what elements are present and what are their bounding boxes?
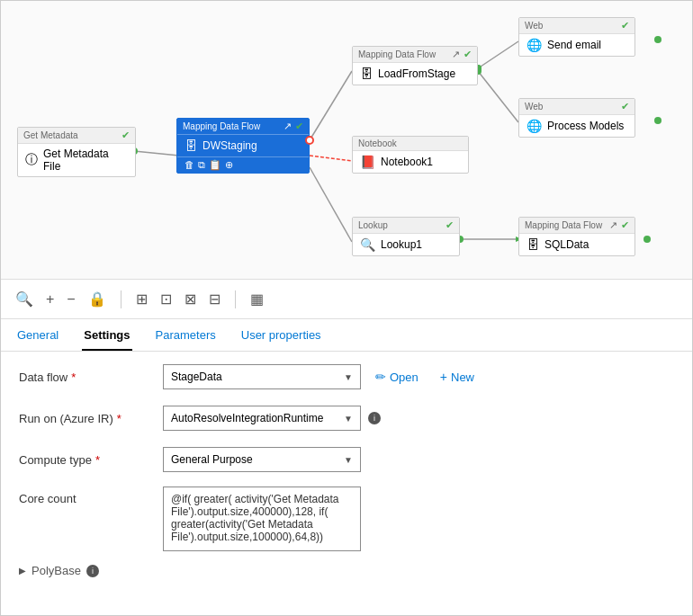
node-process-models[interactable]: Web ✔ 🌐 Process Models: [518, 98, 635, 138]
node-lookup1-header: Lookup ✔: [353, 218, 459, 234]
tab-user-properties[interactable]: User properties: [239, 321, 323, 351]
process-models-icon: 🌐: [526, 119, 542, 133]
core-count-control: @if( greater( activity('Get Metadata Fil…: [163, 487, 674, 551]
node-send-email-body: 🌐 Send email: [519, 34, 634, 56]
node-dw-staging-header: Mapping Data Flow ↗ ✔: [177, 119, 309, 135]
svg-line-0: [134, 151, 179, 156]
minus-icon[interactable]: −: [67, 291, 75, 308]
node-notebook1-label: Notebook1: [381, 156, 433, 168]
send-email-icon: 🌐: [526, 38, 542, 52]
lookup-icon: 🔍: [360, 237, 375, 252]
node-notebook1-body: 📕 Notebook1: [353, 151, 468, 173]
tab-parameters[interactable]: Parameters: [154, 321, 218, 351]
node-load-from-stage-header: Mapping Data Flow ↗ ✔: [353, 47, 477, 63]
copy-icon[interactable]: ⧉: [198, 159, 205, 171]
node-process-models-label: Process Models: [547, 120, 624, 132]
new-button[interactable]: + New: [433, 366, 482, 388]
divider-1: [121, 290, 122, 308]
node-send-email-check: ✔: [621, 20, 629, 31]
node-dw-staging-check: ✔: [295, 121, 303, 132]
data-flow-select[interactable]: StageData ▼: [163, 364, 361, 389]
node-lookup1-body: 🔍 Lookup1: [353, 234, 459, 255]
node-get-metadata[interactable]: Get Metadata ✔ ⓘ Get Metadata File: [17, 127, 136, 177]
grid-icon[interactable]: ▦: [250, 290, 264, 308]
search-icon[interactable]: 🔍: [15, 290, 33, 308]
node-notebook1-header: Notebook: [353, 137, 468, 151]
data-flow-control: StageData ▼ ✏ Open + New: [163, 364, 674, 389]
node-status-check: ✔: [122, 129, 130, 141]
node-process-models-body: 🌐 Process Models: [519, 115, 634, 137]
node-sql-data-header: Mapping Data Flow ↗ ✔: [519, 218, 634, 234]
node-sql-data-label: SQLData: [544, 238, 589, 251]
node-get-metadata-body: ⓘ Get Metadata File: [18, 144, 135, 176]
external-link-icon-2[interactable]: ↗: [452, 49, 460, 60]
node-sql-data[interactable]: Mapping Data Flow ↗ ✔ 🗄 SQLData: [518, 217, 635, 256]
svg-line-5: [478, 41, 518, 68]
expand-arrow-icon: ▶: [19, 566, 26, 576]
core-count-textarea[interactable]: @if( greater( activity('Get Metadata Fil…: [163, 487, 361, 551]
polybase-label: PolyBase: [32, 564, 81, 577]
node-lookup1-label: Lookup1: [381, 238, 422, 251]
external-link-icon-3[interactable]: ↗: [609, 219, 617, 231]
node-sql-data-check: ✔: [621, 219, 629, 231]
node-get-metadata-header: Get Metadata ✔: [18, 128, 135, 144]
node-load-from-stage-label: LoadFromStage: [378, 67, 455, 80]
divider-2: [235, 290, 236, 308]
tabs-bar: General Settings Parameters User propert…: [1, 319, 692, 352]
node-lfs-check: ✔: [464, 49, 472, 60]
node-lookup1-check: ✔: [446, 219, 454, 231]
compute-type-control: General Purpose ▼: [163, 447, 674, 472]
svg-line-3: [310, 156, 352, 161]
tab-settings[interactable]: Settings: [82, 321, 131, 351]
select-all-icon[interactable]: ⊠: [184, 290, 196, 308]
run-on-select[interactable]: AutoResolveIntegrationRuntime ▼: [163, 406, 361, 431]
core-count-label: Core count: [19, 487, 163, 505]
svg-line-2: [310, 71, 352, 140]
tab-general[interactable]: General: [15, 321, 60, 351]
node-dw-staging-actions: 🗑 ⧉ 📋 ⊕: [177, 156, 309, 173]
delete-icon[interactable]: 🗑: [184, 159, 194, 171]
data-flow-row: Data flow * StageData ▼ ✏ Open + New: [19, 362, 674, 391]
required-star: *: [71, 370, 76, 384]
node-notebook1[interactable]: Notebook 📕 Notebook1: [352, 136, 469, 174]
node-lookup1[interactable]: Lookup ✔ 🔍 Lookup1: [352, 217, 460, 256]
node-process-models-check: ✔: [621, 101, 629, 112]
svg-point-13: [654, 36, 662, 43]
polybase-info-icon[interactable]: i: [86, 565, 99, 577]
node-send-email[interactable]: Web ✔ 🌐 Send email: [518, 17, 635, 57]
properties-panel: Data flow * StageData ▼ ✏ Open + New: [1, 352, 692, 615]
svg-line-6: [478, 71, 518, 122]
node-load-from-stage-body: 🗄 LoadFromStage: [353, 63, 477, 85]
polybase-row[interactable]: ▶ PolyBase i: [19, 564, 674, 577]
external-link-icon[interactable]: ↗: [284, 121, 292, 132]
svg-line-4: [310, 167, 352, 242]
clone-icon[interactable]: 📋: [209, 159, 221, 171]
node-dw-staging[interactable]: Mapping Data Flow ↗ ✔ 🗄 DWStaging 🗑 ⧉ 📋 …: [176, 118, 310, 174]
get-metadata-icon: ⓘ: [25, 152, 38, 168]
node-send-email-header: Web ✔: [519, 18, 634, 34]
dw-staging-icon: 🗄: [184, 138, 197, 153]
add-icon[interactable]: +: [46, 291, 54, 308]
open-icon: ✏: [375, 370, 386, 384]
info-icon[interactable]: i: [368, 412, 381, 424]
lock-icon[interactable]: 🔒: [88, 290, 106, 308]
node-send-email-label: Send email: [547, 39, 601, 51]
svg-point-16: [644, 236, 651, 243]
required-star-3: *: [95, 453, 100, 467]
run-on-row: Run on (Azure IR) * AutoResolveIntegrati…: [19, 404, 674, 433]
canvas-area: Get Metadata ✔ ⓘ Get Metadata File Mappi…: [1, 1, 692, 280]
svg-point-14: [654, 117, 662, 124]
node-dw-staging-label: DWStaging: [202, 139, 257, 152]
error-connector: [305, 136, 314, 145]
open-button[interactable]: ✏ Open: [368, 366, 426, 388]
canvas-toolbar: 🔍 + − 🔒 ⊞ ⊡ ⊠ ⊟ ▦: [1, 280, 692, 319]
dropdown-arrow-3: ▼: [344, 455, 353, 465]
layout-icon[interactable]: ⊟: [209, 290, 220, 308]
zoom-fit-icon[interactable]: ⊡: [160, 290, 172, 308]
notebook-icon: 📕: [360, 155, 375, 169]
node-load-from-stage[interactable]: Mapping Data Flow ↗ ✔ 🗄 LoadFromStage: [352, 46, 478, 85]
add-output-icon[interactable]: ⊕: [225, 159, 233, 171]
compute-type-select[interactable]: General Purpose ▼: [163, 447, 361, 472]
lfs-icon: 🗄: [360, 67, 373, 81]
fit-view-icon[interactable]: ⊞: [136, 290, 148, 308]
